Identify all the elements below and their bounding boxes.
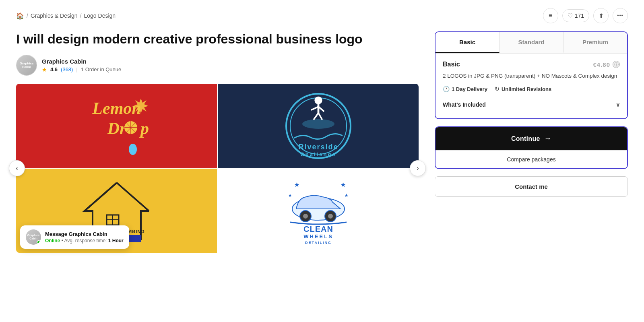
chevron-down-icon: ∨ xyxy=(616,101,620,108)
svg-line-17 xyxy=(314,113,318,120)
feature-revisions: ↻ Unlimited Revisions xyxy=(495,86,551,92)
online-indicator xyxy=(37,240,41,244)
refresh-icon: ↻ xyxy=(495,86,500,92)
svg-text:WHEELS: WHEELS xyxy=(303,233,333,239)
star-icon: ★ xyxy=(42,66,47,73)
price-info-button[interactable]: ⓘ xyxy=(613,61,620,68)
seller-name[interactable]: Graphics Cabin xyxy=(42,58,121,65)
breadcrumb-category[interactable]: Graphics & Design xyxy=(31,12,78,19)
svg-text:★: ★ xyxy=(288,193,292,198)
svg-line-15 xyxy=(311,107,318,110)
revisions-label: Unlimited Revisions xyxy=(502,86,551,92)
continue-button[interactable]: Continue → xyxy=(436,127,627,150)
breadcrumb-sep-1: / xyxy=(27,12,28,19)
gallery-cell-cleanwheels: ★ ★ ★ ★ xyxy=(218,169,419,253)
gallery-cell-riverside: Riverside Challenge xyxy=(218,84,419,168)
top-actions: ≡ ♡ 171 ⬆ ••• xyxy=(543,8,628,23)
seller-meta: ★ 4.6 (368) | 1 Order in Queue xyxy=(42,66,121,73)
more-icon: ••• xyxy=(617,13,623,19)
svg-line-21 xyxy=(85,183,117,211)
lemon-drop-svg: Lemon Dr p xyxy=(72,86,161,166)
gig-title: I will design modern creative profession… xyxy=(16,31,419,47)
breadcrumb: 🏠 / Graphics & Design / Logo Design xyxy=(16,12,116,20)
delivery-label: 1 Day Delivery xyxy=(452,86,487,92)
more-button[interactable]: ••• xyxy=(613,8,628,23)
seller-info: Graphics Cabin Graphics Cabin ★ 4.6 (368… xyxy=(16,55,419,76)
whats-included[interactable]: What's Included ∨ xyxy=(443,98,620,111)
package-price: €4.80 xyxy=(593,61,610,68)
package-body: Basic €4.80 ⓘ 2 LOGOS in JPG & PNG (tran… xyxy=(436,54,627,118)
whats-included-label: What's Included xyxy=(443,101,486,108)
share-icon: ⬆ xyxy=(599,12,604,20)
arrow-right-icon: → xyxy=(544,134,551,143)
svg-text:★: ★ xyxy=(341,182,346,188)
svg-point-13 xyxy=(314,97,322,104)
tab-standard[interactable]: Standard xyxy=(500,32,564,53)
continue-label: Continue xyxy=(511,135,540,142)
svg-text:★: ★ xyxy=(345,193,349,198)
svg-point-12 xyxy=(302,119,334,129)
contact-me-button[interactable]: Contact me xyxy=(435,176,628,197)
svg-point-34 xyxy=(303,214,308,219)
seller-details: Graphics Cabin ★ 4.6 (368) | 1 Order in … xyxy=(42,58,121,73)
gallery-wrapper: ‹ Lemon Dr xyxy=(16,84,419,253)
svg-text:Dr: Dr xyxy=(107,119,126,138)
right-column: Basic Standard Premium Basic €4.80 ⓘ 2 L… xyxy=(435,31,628,197)
svg-text:DETAILING: DETAILING xyxy=(305,241,332,245)
status-separator: • xyxy=(62,238,64,244)
home-icon[interactable]: 🏠 xyxy=(16,12,24,20)
svg-point-8 xyxy=(129,144,137,155)
prev-icon: ‹ xyxy=(16,165,18,172)
svg-text:Lemon: Lemon xyxy=(92,99,141,118)
package-card: Basic Standard Premium Basic €4.80 ⓘ 2 L… xyxy=(435,31,628,119)
svg-text:p: p xyxy=(139,119,149,138)
package-price-row: €4.80 ⓘ xyxy=(593,61,620,68)
review-count[interactable]: (368) xyxy=(61,66,73,72)
popup-name[interactable]: Message Graphics Cabin xyxy=(45,231,124,237)
cleanwheels-svg: ★ ★ ★ ★ xyxy=(274,171,363,251)
feature-delivery: 🕐 1 Day Delivery xyxy=(443,86,487,92)
svg-point-36 xyxy=(328,214,333,219)
clock-icon: 🕐 xyxy=(443,86,450,92)
gallery-prev-button[interactable]: ‹ xyxy=(9,160,25,176)
response-time: 1 Hour xyxy=(108,238,124,244)
breadcrumb-subcategory: Logo Design xyxy=(84,12,116,19)
tab-premium[interactable]: Premium xyxy=(564,32,627,53)
left-column: I will design modern creative profession… xyxy=(16,31,419,261)
next-icon: › xyxy=(417,165,419,172)
svg-text:Challenge: Challenge xyxy=(300,151,336,157)
popup-status: Online • Avg. response time: 1 Hour xyxy=(45,238,124,244)
likes-button[interactable]: ♡ 171 xyxy=(562,9,589,22)
menu-button[interactable]: ≡ xyxy=(543,8,558,23)
tab-basic[interactable]: Basic xyxy=(436,32,500,53)
menu-icon: ≡ xyxy=(549,12,552,19)
package-name-row: Basic €4.80 ⓘ xyxy=(443,61,620,68)
share-button[interactable]: ⬆ xyxy=(593,8,609,23)
continue-area: Continue → Compare packages xyxy=(435,126,628,169)
svg-text:CLEAN: CLEAN xyxy=(303,225,333,233)
svg-text:Riverside: Riverside xyxy=(298,143,338,151)
svg-text:★: ★ xyxy=(294,182,299,188)
gallery-next-button[interactable]: › xyxy=(410,160,426,176)
popup-text: Message Graphics Cabin Online • Avg. res… xyxy=(45,231,124,244)
svg-line-22 xyxy=(117,183,149,211)
avatar[interactable]: Graphics Cabin xyxy=(16,55,37,76)
message-popup: Graphics Cabin Message Graphics Cabin On… xyxy=(20,225,129,249)
gallery-cell-lemon-drop: Lemon Dr p xyxy=(16,84,217,168)
compare-packages-button[interactable]: Compare packages xyxy=(436,150,627,168)
avatar-image: Graphics Cabin xyxy=(17,55,37,75)
package-tabs: Basic Standard Premium xyxy=(436,32,627,54)
svg-marker-9 xyxy=(134,99,148,113)
heart-icon: ♡ xyxy=(568,12,573,19)
queue-info: 1 Order in Queue xyxy=(81,66,121,72)
riverside-svg: Riverside Challenge xyxy=(274,86,363,166)
online-label: Online xyxy=(45,238,60,244)
avg-response-label: Avg. response time: xyxy=(64,238,107,244)
rating-value: 4.6 xyxy=(50,66,58,72)
main-content: I will design modern creative profession… xyxy=(16,31,628,261)
top-bar: 🏠 / Graphics & Design / Logo Design ≡ ♡ … xyxy=(16,8,628,23)
package-features: 🕐 1 Day Delivery ↻ Unlimited Revisions xyxy=(443,86,620,92)
likes-count: 171 xyxy=(575,12,584,19)
package-description: 2 LOGOS in JPG & PNG (transparent) + NO … xyxy=(443,72,620,80)
meta-separator: | xyxy=(76,66,77,72)
